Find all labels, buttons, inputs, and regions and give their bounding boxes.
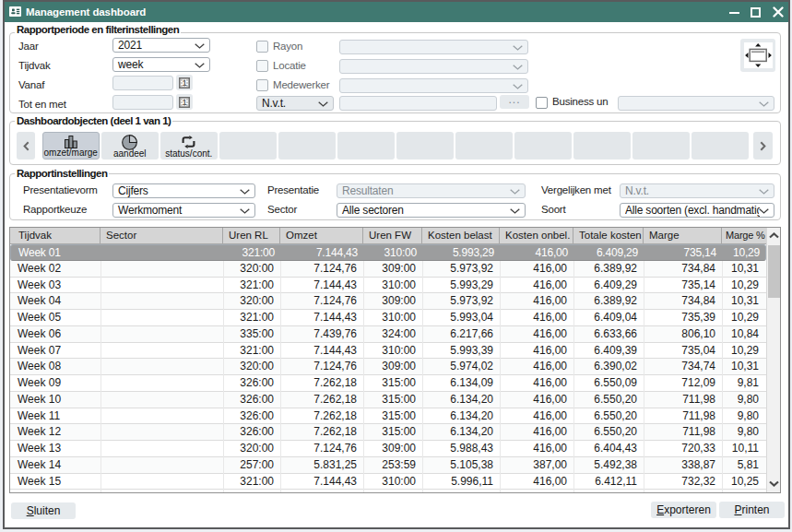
svg-text:1: 1 — [183, 78, 187, 88]
svg-text:1: 1 — [183, 98, 187, 107]
